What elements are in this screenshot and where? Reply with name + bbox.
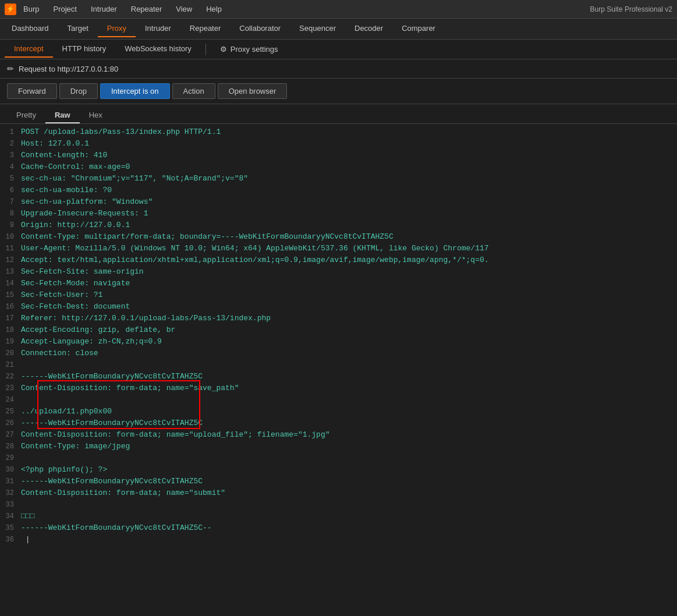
line-content: Content-Type: multipart/form-data; bound… [19, 231, 677, 243]
line-number: 1 [0, 126, 19, 138]
toolbar-btn-drop[interactable]: Drop [59, 83, 98, 99]
code-line: 9Origin: http://127.0.0.1 [0, 220, 677, 231]
code-line: 22------WebKitFormBoundaryyNCvc8tCvITAHZ… [0, 371, 677, 383]
line-content: sec-ch-ua-platform: "Windows" [19, 196, 677, 208]
main-tab-comparer[interactable]: Comparer [392, 20, 445, 37]
view-tab-hex[interactable]: Hex [80, 108, 112, 123]
proxy-settings-tab[interactable]: ⚙Proxy settings [211, 41, 288, 57]
line-content: Sec-Fetch-User: ?1 [19, 289, 677, 301]
line-number: 3 [0, 150, 19, 161]
app-title: Burp Suite Professional v2 [590, 5, 672, 13]
line-content: sec-ch-ua-mobile: ?0 [19, 185, 677, 196]
line-number: 10 [0, 231, 19, 243]
code-line: 14Sec-Fetch-Mode: navigate [0, 278, 677, 289]
sub-tab-http-history[interactable]: HTTP history [53, 41, 116, 58]
main-tab-sequencer[interactable]: Sequencer [290, 20, 345, 37]
code-line: 7sec-ch-ua-platform: "Windows" [0, 196, 677, 208]
code-line: 26------WebKitFormBoundaryyNCvc8tCvITAHZ… [0, 417, 677, 429]
line-content: <?php phpinfo(); ?> [19, 464, 677, 476]
line-number: 27 [0, 429, 19, 441]
line-number: 36 [0, 534, 19, 546]
line-content: ------WebKitFormBoundaryyNCvc8tCvITAHZ5C [19, 417, 677, 429]
code-line: 12Accept: text/html,application/xhtml+xm… [0, 254, 677, 266]
line-number: 16 [0, 301, 19, 313]
view-tab-raw[interactable]: Raw [45, 108, 80, 123]
main-tab-decoder[interactable]: Decoder [345, 20, 392, 37]
line-number: 6 [0, 185, 19, 196]
request-body[interactable]: 1POST /upload-labs/Pass-13/index.php HTT… [0, 124, 677, 548]
line-number: 29 [0, 452, 19, 464]
line-number: 2 [0, 138, 19, 150]
code-line: 4Cache-Control: max-age=0 [0, 161, 677, 173]
line-content: Upgrade-Insecure-Requests: 1 [19, 208, 677, 220]
line-content: Accept-Language: zh-CN,zh;q=0.9 [19, 336, 677, 348]
line-content: Sec-Fetch-Mode: navigate [19, 278, 677, 289]
line-number: 23 [0, 383, 19, 394]
line-content: Sec-Fetch-Site: same-origin [19, 266, 677, 278]
line-number: 35 [0, 522, 19, 534]
main-tab-repeater[interactable]: Repeater [180, 20, 230, 37]
line-content: Connection: close [19, 348, 677, 359]
line-content: POST /upload-labs/Pass-13/index.php HTTP… [19, 126, 677, 138]
line-content: Content-Disposition: form-data; name="sa… [19, 383, 677, 394]
toolbar-btn-forward[interactable]: Forward [7, 83, 57, 99]
line-number: 18 [0, 324, 19, 336]
main-tab-intruder[interactable]: Intruder [136, 20, 180, 37]
line-content: Content-Length: 410 [19, 150, 677, 161]
code-line: 31------WebKitFormBoundaryyNCvc8tCvITAHZ… [0, 476, 677, 487]
intercept-toolbar: ForwardDropIntercept is onActionOpen bro… [0, 79, 677, 104]
menu-item-view[interactable]: View [173, 3, 194, 15]
code-line: 3Content-Length: 410 [0, 150, 677, 161]
request-url: Request to http://127.0.0.1:80 [19, 65, 118, 73]
menu-item-intruder[interactable]: Intruder [88, 3, 119, 15]
gear-icon: ⚙ [220, 45, 227, 54]
code-line: 34□□□ [0, 511, 677, 522]
menu-item-burp[interactable]: Burp [21, 3, 41, 15]
code-line: 1POST /upload-labs/Pass-13/index.php HTT… [0, 126, 677, 138]
line-content: ------WebKitFormBoundaryyNCvc8tCvITAHZ5C [19, 371, 677, 383]
code-line: 23Content-Disposition: form-data; name="… [0, 383, 677, 394]
view-tab-pretty[interactable]: Pretty [7, 108, 45, 123]
toolbar-btn-open-browser[interactable]: Open browser [218, 83, 288, 99]
menu-item-help[interactable]: Help [204, 3, 224, 15]
line-number: 33 [0, 499, 19, 511]
line-number: 21 [0, 359, 19, 371]
code-line: 29 [0, 452, 677, 464]
line-number: 25 [0, 406, 19, 417]
code-line: 5sec-ch-ua: "Chromium";v="117", "Not;A=B… [0, 173, 677, 185]
main-tab-proxy[interactable]: Proxy [98, 20, 136, 37]
code-line: 10Content-Type: multipart/form-data; bou… [0, 231, 677, 243]
line-number: 28 [0, 441, 19, 452]
sub-tab-intercept[interactable]: Intercept [5, 41, 53, 58]
main-tab-dashboard[interactable]: Dashboard [2, 20, 58, 37]
code-line: 24 [0, 394, 677, 406]
line-number: 15 [0, 289, 19, 301]
code-line: 25../upload/11.php0x00 [0, 406, 677, 417]
request-banner: ✏ Request to http://127.0.0.1:80 [0, 59, 677, 79]
main-tab-bar: DashboardTargetProxyIntruderRepeaterColl… [0, 19, 677, 40]
toolbar-btn-intercept-is-on[interactable]: Intercept is on [100, 83, 170, 99]
main-tab-collaborator[interactable]: Collaborator [230, 20, 290, 37]
sub-tab-websockets-history[interactable]: WebSockets history [115, 41, 201, 58]
line-content: Accept: text/html,application/xhtml+xml,… [19, 254, 677, 266]
line-content: Referer: http://127.0.0.1/upload-labs/Pa… [19, 313, 677, 324]
line-number: 26 [0, 417, 19, 429]
code-line: 19Accept-Language: zh-CN,zh;q=0.9 [0, 336, 677, 348]
main-tab-target[interactable]: Target [58, 20, 98, 37]
line-number: 14 [0, 278, 19, 289]
line-number: 13 [0, 266, 19, 278]
line-number: 9 [0, 220, 19, 231]
proxy-settings-label: Proxy settings [231, 45, 278, 54]
code-line: 2Host: 127.0.0.1 [0, 138, 677, 150]
menu-item-repeater[interactable]: Repeater [129, 3, 164, 15]
line-number: 5 [0, 173, 19, 185]
sub-tab-divider [205, 44, 206, 55]
sub-tab-bar: InterceptHTTP historyWebSockets history⚙… [0, 40, 677, 59]
menu-item-project[interactable]: Project [51, 3, 79, 15]
code-line: 33 [0, 499, 677, 511]
line-number: 4 [0, 161, 19, 173]
code-line: 20Connection: close [0, 348, 677, 359]
toolbar-btn-action[interactable]: Action [172, 83, 215, 99]
menu-bar[interactable]: BurpProjectIntruderRepeaterViewHelp [21, 3, 224, 15]
line-number: 19 [0, 336, 19, 348]
